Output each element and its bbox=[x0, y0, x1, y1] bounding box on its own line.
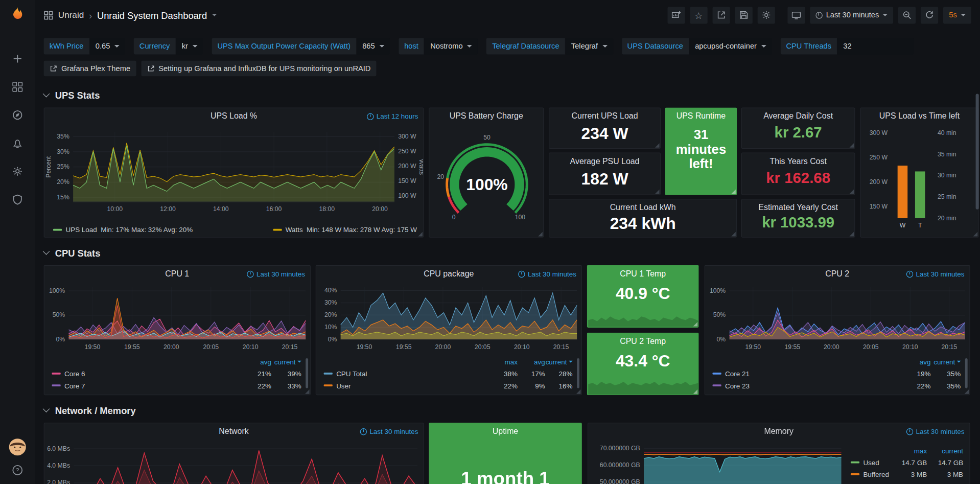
help-icon[interactable]: ? bbox=[11, 464, 24, 476]
panel-time-label[interactable]: Last 30 minutes bbox=[906, 270, 964, 278]
series-name[interactable]: User bbox=[336, 382, 490, 389]
panel-title[interactable]: Current UPS Load bbox=[549, 111, 660, 121]
legend-scrollbar[interactable] bbox=[577, 358, 579, 388]
panel-resize-handle[interactable] bbox=[731, 232, 736, 237]
legend-col-avg[interactable]: avg bbox=[241, 358, 271, 365]
panel-resize-handle[interactable] bbox=[693, 322, 698, 327]
panel-resize-handle[interactable] bbox=[655, 190, 660, 194]
legend-col-avg[interactable]: avg bbox=[901, 358, 931, 365]
dashboard-link-ups-guide[interactable]: Setting up Grafana and InfluxDB for UPS … bbox=[141, 61, 377, 77]
series-name[interactable]: Watts bbox=[286, 226, 303, 234]
cpu-package-chart[interactable]: 19:5019:5520:0020:0520:1020:1540%30%20%1… bbox=[317, 281, 582, 354]
star-dashboard-button[interactable]: ☆ bbox=[690, 7, 707, 24]
legend-col-current[interactable]: current bbox=[271, 358, 301, 365]
panel-title[interactable]: Current Load kWh bbox=[549, 202, 736, 212]
panel-resize-handle[interactable] bbox=[576, 389, 581, 394]
memory-chart[interactable]: 70.000000 GB60.000000 GB50.000000 GB bbox=[589, 439, 846, 484]
dashboard-settings-button[interactable] bbox=[757, 7, 775, 24]
panel-resize-handle[interactable] bbox=[849, 232, 854, 237]
panel-title[interactable]: Average Daily Cost bbox=[742, 111, 854, 121]
share-dashboard-button[interactable] bbox=[712, 7, 730, 24]
panel-resize-handle[interactable] bbox=[655, 143, 660, 148]
create-plus-icon[interactable] bbox=[11, 53, 24, 65]
panel-title[interactable]: This Years Cost bbox=[742, 156, 854, 166]
server-admin-shield-icon[interactable] bbox=[11, 193, 24, 205]
panel-title[interactable]: Estimated Yearly Cost bbox=[742, 202, 854, 212]
legend-scrollbar[interactable] bbox=[306, 358, 308, 388]
battery-gauge[interactable]: 02050100100% bbox=[430, 124, 544, 234]
panel-resize-handle[interactable] bbox=[418, 232, 423, 237]
cpu2-chart[interactable]: 19:5019:5520:0020:0520:1020:15100%50%0% bbox=[706, 281, 970, 354]
panel-time-label[interactable]: Last 12 hours bbox=[367, 112, 418, 120]
panel-time-label[interactable]: Last 30 minutes bbox=[906, 428, 964, 435]
configuration-gear-icon[interactable] bbox=[11, 165, 24, 177]
series-name[interactable]: Core 6 bbox=[64, 370, 241, 378]
panel-resize-handle[interactable] bbox=[731, 190, 736, 194]
panel-time-label[interactable]: Last 30 minutes bbox=[247, 270, 305, 278]
ups-load-time-left-bar-chart[interactable]: 300 W250 W200 W150 W40 min35 min30 min25… bbox=[861, 124, 979, 231]
series-name[interactable]: Core 7 bbox=[64, 382, 241, 389]
time-range-picker[interactable]: Last 30 minutes bbox=[810, 7, 894, 24]
zoom-out-button[interactable] bbox=[898, 7, 916, 24]
legend-scrollbar[interactable] bbox=[965, 358, 968, 388]
dashboard-title[interactable]: Unraid System Dashboard bbox=[97, 10, 207, 20]
apps-grid-icon[interactable] bbox=[44, 10, 53, 19]
panel-title[interactable]: UPS Battery Charge bbox=[429, 111, 543, 121]
panel-resize-handle[interactable] bbox=[965, 389, 969, 394]
section-network-memory[interactable]: Network / Memory bbox=[44, 404, 136, 416]
cpu1-chart[interactable]: 19:5019:5520:0020:0520:1020:15100%50%0% bbox=[45, 281, 311, 354]
legend-col-avg[interactable]: avg bbox=[518, 358, 545, 365]
breadcrumb-app[interactable]: Unraid bbox=[58, 10, 84, 20]
variable-value-dropdown[interactable]: apcupsd-container bbox=[689, 38, 772, 55]
panel-resize-handle[interactable] bbox=[538, 232, 543, 237]
dashboards-icon[interactable] bbox=[11, 81, 24, 93]
page-scrollbar[interactable] bbox=[976, 94, 979, 209]
panel-title[interactable]: CPU 1 Temp bbox=[588, 269, 698, 278]
network-chart[interactable]: 6.0 MBs4.0 MBs2.0 MBs bbox=[45, 439, 424, 484]
series-name[interactable]: Buffered bbox=[863, 471, 891, 478]
cpu-threads-input[interactable] bbox=[837, 38, 914, 55]
panel-time-label[interactable]: Last 30 minutes bbox=[360, 428, 418, 435]
alerting-bell-icon[interactable] bbox=[11, 137, 24, 149]
explore-compass-icon[interactable] bbox=[11, 109, 24, 121]
series-name[interactable]: Core 23 bbox=[725, 382, 901, 389]
grafana-logo[interactable] bbox=[8, 5, 27, 24]
section-cpu-stats[interactable]: CPU Stats bbox=[44, 247, 101, 258]
legend-col-current[interactable]: current bbox=[927, 447, 963, 454]
dashboard-link-plex-theme[interactable]: Grafana Plex Theme bbox=[44, 61, 136, 77]
cycle-view-mode-button[interactable] bbox=[787, 7, 805, 24]
variable-value-dropdown[interactable]: 865 bbox=[357, 38, 390, 55]
panel-resize-handle[interactable] bbox=[973, 232, 978, 237]
ups-load-chart[interactable]: 10:0012:0014:0016:0018:0020:0035%30%25%2… bbox=[44, 123, 423, 218]
variable-value-dropdown[interactable]: Telegraf bbox=[566, 38, 613, 55]
variable-value-dropdown[interactable]: 0.65 bbox=[90, 38, 125, 55]
add-panel-button[interactable] bbox=[667, 7, 685, 24]
legend-col-max[interactable]: max bbox=[891, 447, 927, 454]
panel-title[interactable]: Average PSU Load bbox=[549, 156, 660, 166]
panel-resize-handle[interactable] bbox=[849, 143, 854, 148]
legend-col-current[interactable]: current bbox=[930, 358, 961, 365]
panel-resize-handle[interactable] bbox=[305, 389, 310, 394]
panel-title[interactable]: UPS Load vs Time left bbox=[860, 111, 978, 121]
refresh-interval-dropdown[interactable]: 5s bbox=[943, 7, 971, 24]
series-name[interactable]: CPU Total bbox=[336, 370, 490, 378]
panel-resize-handle[interactable] bbox=[849, 190, 854, 194]
panel-title[interactable]: CPU 2 Temp bbox=[588, 336, 698, 345]
panel-title[interactable]: Uptime bbox=[429, 426, 581, 435]
variable-value-dropdown[interactable]: Nostromo bbox=[425, 38, 478, 55]
user-avatar[interactable] bbox=[9, 439, 26, 456]
refresh-button[interactable] bbox=[921, 7, 938, 24]
variable-value-dropdown[interactable]: kr bbox=[176, 38, 203, 55]
panel-title[interactable]: UPS Runtime bbox=[666, 111, 736, 121]
panel-time-label[interactable]: Last 30 minutes bbox=[519, 270, 576, 278]
save-dashboard-button[interactable] bbox=[735, 7, 752, 24]
series-name[interactable]: UPS Load bbox=[65, 226, 97, 234]
section-ups-stats[interactable]: UPS Stats bbox=[44, 89, 100, 101]
legend-col-current[interactable]: current bbox=[545, 358, 573, 365]
series-name[interactable]: Used bbox=[863, 458, 891, 466]
panel-title[interactable]: UPS Load % bbox=[44, 111, 423, 121]
dashboard-caret-icon[interactable] bbox=[212, 14, 217, 19]
panel-resize-handle[interactable] bbox=[693, 389, 698, 394]
legend-col-max[interactable]: max bbox=[490, 358, 518, 365]
series-name[interactable]: Core 21 bbox=[725, 370, 901, 378]
